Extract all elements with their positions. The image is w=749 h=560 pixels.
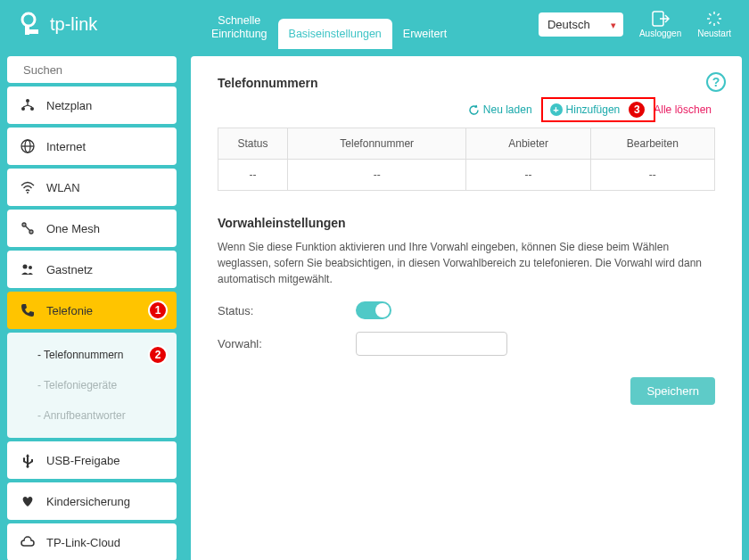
svg-line-11 [718,13,720,15]
guest-icon [20,261,36,277]
brand-logo: tp-link [18,12,183,38]
sidebar-item-gastnetz[interactable]: Gastnetz [7,251,177,288]
sidebar-item-kindersicherung[interactable]: Kindersicherung [7,482,177,520]
sidebar-label: Internet [46,140,86,153]
svg-point-14 [26,99,29,103]
search-box[interactable] [7,56,177,83]
language-select[interactable]: Deutsch [539,12,623,37]
add-highlight: + Hinzufügen 3 [541,97,656,122]
globe-icon [20,138,36,154]
row-status: Status: [218,301,715,319]
cell-status: -- [218,160,288,191]
logout-button[interactable]: Ausloggen [639,11,681,38]
sidebar-item-internet[interactable]: Internet [7,128,177,165]
vorwahl-label: Vorwahl: [218,337,356,350]
cell-edit: -- [590,160,714,191]
restart-label: Neustart [697,29,731,38]
prefix-section: Vorwahleinstellungen Wenn Sie diese Funk… [218,216,715,356]
heart-icon [20,493,36,509]
sidebar-item-usb[interactable]: USB-Freigabe [7,441,177,479]
cloud-icon [20,534,36,550]
logout-icon [652,11,670,27]
sidebar-label: Telefonie [46,304,93,317]
tplink-logo-icon [18,12,45,38]
sidebar-item-netzplan[interactable]: Netzplan [7,86,177,124]
save-button[interactable]: Speichern [630,377,715,405]
logout-label: Ausloggen [639,29,681,38]
status-label: Status: [218,304,356,317]
sub-label: - Telefonnummern [37,349,124,361]
sidebar-label: Kindersicherung [46,495,130,508]
sidebar-item-telefonie[interactable]: Telefonie 1 [7,292,177,329]
step-badge-1: 1 [148,301,168,320]
sidebar-submenu-telefonie: - Telefonnummern 2 - Telefoniegeräte - A… [7,333,177,438]
section-title-phonenumbers: Telefonnummern [218,76,715,90]
wifi-icon [20,179,36,195]
subitem-anrufbeantworter[interactable]: - Anrufbeantworter [7,400,177,431]
sidebar-label: USB-Freigabe [46,454,119,467]
restart-button[interactable]: Neustart [697,11,731,38]
svg-point-26 [23,265,28,269]
sidebar-item-cloud[interactable]: TP-Link-Cloud [7,523,177,560]
table-actions: Neu laden + Hinzufügen 3 Alle löschen [218,97,715,122]
sidebar-label: Gastnetz [46,263,93,276]
status-toggle[interactable] [356,301,391,319]
svg-line-8 [709,13,711,15]
sidebar-item-onemesh[interactable]: One Mesh [7,210,177,247]
top-header: tp-link Schnelle Einrichtung Basiseinste… [0,0,749,49]
add-button[interactable]: + Hinzufügen [547,102,624,118]
svg-rect-2 [29,29,38,34]
th-status: Status [218,128,288,160]
svg-point-0 [22,13,35,26]
svg-point-24 [23,224,25,226]
header-actions: Deutsch Ausloggen Neustart [539,11,731,38]
body-wrap: Netzplan Internet WLAN One Mesh Gastnetz… [0,49,749,560]
step-badge-2: 2 [148,345,168,365]
sidebar-label: WLAN [46,181,80,194]
brand-text: tp-link [50,14,97,35]
delete-all-button[interactable]: Alle löschen [650,102,715,118]
table-row: -- -- -- -- [218,160,715,191]
row-vorwahl: Vorwahl: [218,332,715,356]
sidebar-label: TP-Link-Cloud [46,536,120,549]
add-label: Hinzufügen [566,103,621,116]
vorwahl-input[interactable] [356,332,507,356]
main-content: ? Telefonnummern Neu laden + Hinzufügen … [191,56,742,560]
svg-point-16 [30,107,34,111]
reload-label: Neu laden [483,103,532,116]
tab-quick-setup[interactable]: Schnelle Einrichtung [201,5,278,49]
plus-icon: + [550,103,563,116]
reload-button[interactable]: Neu laden [465,102,536,118]
section-title-prefix: Vorwahleinstellungen [218,216,715,230]
step-badge-3: 3 [627,100,646,119]
subitem-telefonnummern[interactable]: - Telefonnummern 2 [7,340,177,370]
phonenumbers-table: Status Telefonnummer Anbieter Bearbeiten… [218,128,715,191]
help-button[interactable]: ? [706,72,726,92]
cell-number: -- [287,160,466,191]
prefix-description: Wenn Sie diese Funktion aktivieren und I… [218,239,715,287]
th-number: Telefonnummer [287,128,466,160]
top-tabs: Schnelle Einrichtung Basiseinstellungen … [201,0,457,49]
reload-icon [468,104,480,116]
tab-advanced[interactable]: Erweitert [392,19,457,49]
sidebar: Netzplan Internet WLAN One Mesh Gastnetz… [7,56,177,560]
sidebar-item-wlan[interactable]: WLAN [7,169,177,206]
svg-point-20 [27,192,29,194]
cell-provider: -- [466,160,590,191]
svg-point-27 [29,266,32,269]
subitem-telefoniegeraete[interactable]: - Telefoniegeräte [7,370,177,400]
svg-point-25 [30,231,32,233]
th-provider: Anbieter [466,128,590,160]
usb-icon [20,452,36,468]
mesh-icon [20,220,36,236]
network-map-icon [20,97,36,113]
restart-icon [706,11,722,27]
th-edit: Bearbeiten [590,128,714,160]
svg-rect-1 [25,25,29,35]
search-input[interactable] [23,63,173,77]
tab-basic-settings[interactable]: Basiseinstellungen [278,19,392,49]
svg-line-23 [26,226,30,231]
phone-icon [20,302,36,318]
svg-point-15 [21,107,25,111]
delete-all-label: Alle löschen [654,103,712,116]
